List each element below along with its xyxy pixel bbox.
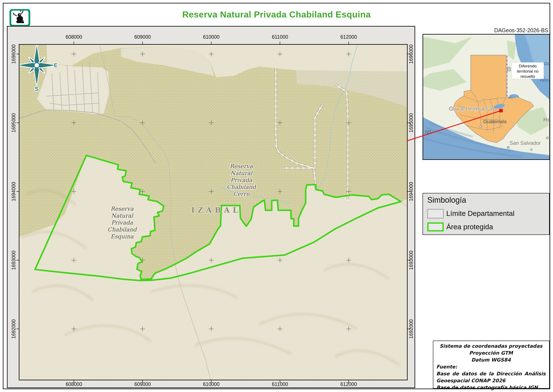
- inset-gu-fragment: Gu: [544, 61, 549, 66]
- inset-belize-fragment: B: [507, 65, 511, 73]
- grid-coordinate-label: 1694000: [11, 180, 17, 203]
- grid-tick: [348, 380, 349, 383]
- grid-coordinate-label: 1693000: [11, 249, 17, 272]
- grid-tick: [280, 42, 280, 44]
- inset-country-label: Guatemala: [449, 105, 494, 112]
- grid-tick: [408, 191, 410, 192]
- inset-san-salvador-dot: [507, 146, 510, 149]
- inset-san-salvador-label: San Salvador: [510, 140, 541, 146]
- credits-crs: Sistema de coordenadas proyectadas: [436, 343, 546, 350]
- inset-guatemala-city-dot: [480, 126, 482, 128]
- grid-coordinate-label: 611000: [268, 34, 292, 40]
- grid-tick: [16, 329, 19, 329]
- grid-coordinate-label: 1695000: [11, 111, 17, 135]
- credits-source-2: Base de datos cartografía básica IGN 201…: [436, 384, 546, 392]
- inset-map-svg: B Gu Hond Ho Guatemala Guatemala San Sal…: [423, 35, 549, 159]
- area-protegida-swatch: [427, 222, 444, 231]
- grid-tick: [211, 380, 212, 383]
- limite-departamental-swatch: [427, 209, 444, 218]
- grid-coordinate-label: 1692000: [11, 317, 17, 341]
- map-sheet: CONAP Reserva Natural Privada Chabiland …: [0, 0, 553, 392]
- legend-title: Simbología: [427, 196, 466, 205]
- credits-projection: Proyección GTM: [436, 350, 546, 357]
- legend: Simbología Límite Departamental Área pro…: [422, 193, 550, 235]
- grid-tick: [142, 380, 143, 383]
- grid-tick: [280, 380, 280, 383]
- inset-city-label: Guatemala: [483, 119, 507, 124]
- grid-tick: [408, 329, 410, 329]
- credits-box: Sistema de coordenadas proyectadas Proye…: [433, 341, 550, 389]
- inset-ho-fragment: Ho: [543, 116, 549, 123]
- document-code: DAGeos-352-2026-BS: [422, 27, 548, 34]
- inset-depth-label: 721: [424, 129, 432, 135]
- legend-label-area: Área protegida: [446, 223, 493, 231]
- grid-tick: [16, 54, 19, 54]
- grid-tick: [408, 123, 410, 123]
- inset-city-dot-2: [546, 137, 549, 139]
- grid-tick: [348, 42, 349, 44]
- grid-coordinate-label: 612000: [337, 34, 360, 40]
- grid-coordinate-label: 1696000: [11, 42, 17, 66]
- grid-tick: [211, 42, 212, 44]
- inset-locator-map: B Gu Hond Ho Guatemala Guatemala San Sal…: [422, 34, 550, 160]
- grid-coordinate-label: 609000: [131, 34, 154, 40]
- page-title: Reserva Natural Privada Chabiland Esquin…: [0, 9, 553, 20]
- credits-source-1: Base de datos de la Dirección Análisis G…: [436, 370, 546, 384]
- grid-tick: [142, 42, 143, 44]
- paper-texture: [20, 45, 407, 380]
- credits-fuente-label: Fuente:: [436, 364, 546, 370]
- grid-tick: [74, 380, 74, 383]
- legend-label-limite: Límite Departamental: [446, 210, 514, 218]
- credits-datum: Datum WGS84: [436, 357, 546, 364]
- grid-tick: [16, 123, 19, 123]
- grid-tick: [16, 191, 19, 192]
- territorial-callout: Diferendoterritorial noresuelto: [512, 63, 544, 79]
- inset-city-dot-3: [531, 149, 532, 151]
- main-map: IZABAL ReservaNaturalPrivadaChabilandCer…: [19, 44, 408, 380]
- grid-coordinate-label: 610000: [199, 34, 223, 40]
- grid-coordinate-label: 608000: [62, 34, 86, 40]
- grid-tick: [74, 42, 74, 44]
- main-map-svg: IZABAL ReservaNaturalPrivadaChabilandCer…: [20, 45, 407, 380]
- grid-tick: [408, 54, 410, 54]
- grid-tick: [408, 260, 410, 260]
- grid-tick: [16, 260, 19, 260]
